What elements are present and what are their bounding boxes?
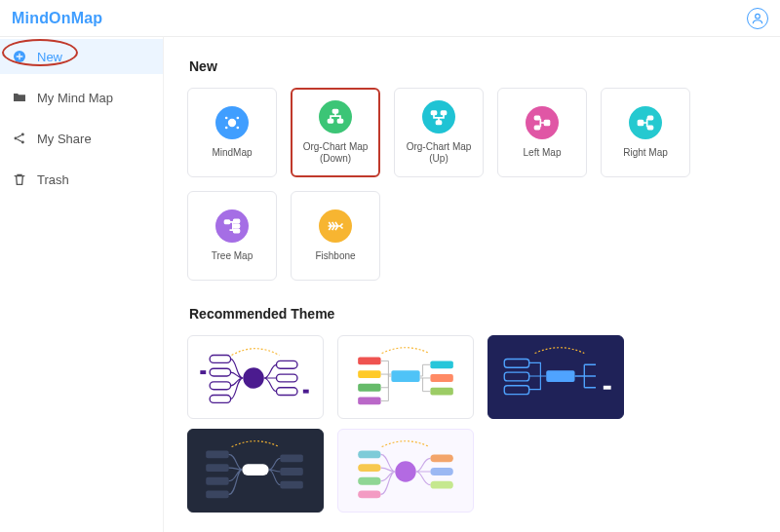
svg-rect-14 [432,111,437,114]
template-label: Fishbone [311,250,359,262]
svg-rect-62 [430,454,452,462]
svg-rect-12 [338,120,343,123]
svg-point-4 [21,141,24,144]
svg-rect-50 [206,450,228,458]
orgchart-down-icon [319,100,352,133]
brand-text: MindOnMap [12,10,102,26]
svg-point-0 [756,14,760,19]
svg-rect-13 [437,121,442,124]
svg-rect-51 [206,464,228,472]
svg-rect-59 [358,464,380,472]
theme-navy-blue[interactable] [488,335,624,419]
sidebar-item-trash[interactable]: Trash [0,162,163,197]
rightmap-icon [629,106,662,139]
template-orgchart-down[interactable]: Org-Chart Map (Down) [291,88,380,177]
svg-rect-10 [333,110,338,113]
svg-rect-58 [358,450,380,458]
svg-rect-60 [358,477,380,485]
template-fishbone[interactable]: Fishbone [291,191,380,281]
svg-rect-49 [242,464,268,475]
svg-rect-17 [535,116,540,119]
svg-rect-33 [276,388,296,396]
template-label: Tree Map [208,250,256,262]
main-content: New MindMap Org-Chart Map (Down) Org-Cha… [164,37,780,532]
svg-rect-45 [504,359,528,367]
orgchart-up-icon [422,100,455,133]
section-title-themes: Recommended Theme [189,306,757,322]
sidebar-item-label: New [37,50,62,64]
svg-point-26 [243,367,263,388]
svg-rect-41 [430,361,452,368]
svg-point-3 [21,133,24,136]
template-orgchart-up[interactable]: Org-Chart Map (Up) [394,88,484,177]
user-account-icon[interactable] [747,8,768,29]
svg-rect-63 [430,468,452,475]
template-label: Right Map [619,147,672,159]
svg-rect-61 [358,491,380,499]
svg-point-8 [237,127,240,130]
svg-rect-18 [535,126,540,129]
svg-rect-36 [391,370,419,382]
template-grid: MindMap Org-Chart Map (Down) Org-Chart M… [187,88,757,281]
svg-rect-43 [430,388,452,396]
fishbone-icon [319,209,352,243]
svg-rect-37 [358,357,380,364]
app-body: New My Mind Map My Share Trash New [0,37,780,532]
svg-rect-32 [276,374,296,382]
svg-rect-16 [545,121,550,126]
svg-rect-25 [234,229,240,232]
sidebar-item-myshare[interactable]: My Share [0,121,163,156]
brand-logo: MindOnMap [12,10,102,27]
svg-point-57 [395,461,415,481]
sidebar-item-label: Trash [37,172,69,187]
svg-rect-15 [442,111,447,114]
mindmap-icon [215,106,249,139]
svg-point-7 [237,117,240,120]
template-label: Org-Chart Map (Down) [292,141,378,165]
svg-rect-52 [206,477,228,485]
svg-rect-11 [329,120,333,123]
template-leftmap[interactable]: Left Map [497,88,587,177]
svg-point-6 [225,117,228,120]
svg-rect-31 [276,361,296,368]
svg-rect-19 [639,121,644,126]
svg-rect-34 [200,370,206,374]
app-header: MindOnMap [0,0,780,37]
sidebar: New My Mind Map My Share Trash [0,37,164,532]
template-label: Left Map [520,147,566,159]
sidebar-item-new[interactable]: New [0,39,163,74]
theme-dark-slate[interactable] [187,429,324,513]
template-label: Org-Chart Map (Up) [395,141,483,165]
svg-rect-23 [234,219,240,222]
theme-rainbow-bars[interactable] [337,335,474,419]
svg-rect-47 [504,386,528,395]
folder-icon [12,90,27,105]
treemap-icon [215,209,249,243]
theme-row-1 [187,335,757,419]
sidebar-item-label: My Mind Map [37,91,113,105]
svg-rect-42 [430,374,452,382]
svg-rect-35 [303,390,309,394]
plus-circle-icon [12,49,27,64]
trash-icon [12,171,27,187]
svg-rect-46 [504,372,528,381]
svg-rect-64 [430,481,452,489]
svg-rect-20 [648,116,653,119]
template-treemap[interactable]: Tree Map [187,191,277,281]
section-title-new: New [189,58,757,74]
svg-rect-48 [604,386,611,390]
svg-rect-28 [210,368,230,376]
template-rightmap[interactable]: Right Map [601,88,690,177]
svg-rect-38 [358,370,380,378]
svg-rect-40 [358,398,380,405]
template-mindmap[interactable]: MindMap [187,88,277,177]
theme-purple-radial[interactable] [187,335,324,419]
theme-pastel-purple[interactable] [337,429,474,513]
svg-point-5 [228,119,236,127]
sidebar-item-mymindmap[interactable]: My Mind Map [0,80,163,115]
leftmap-icon [526,106,559,139]
share-icon [12,131,27,146]
svg-point-9 [225,127,228,130]
svg-rect-30 [210,396,230,403]
svg-rect-56 [280,481,302,489]
